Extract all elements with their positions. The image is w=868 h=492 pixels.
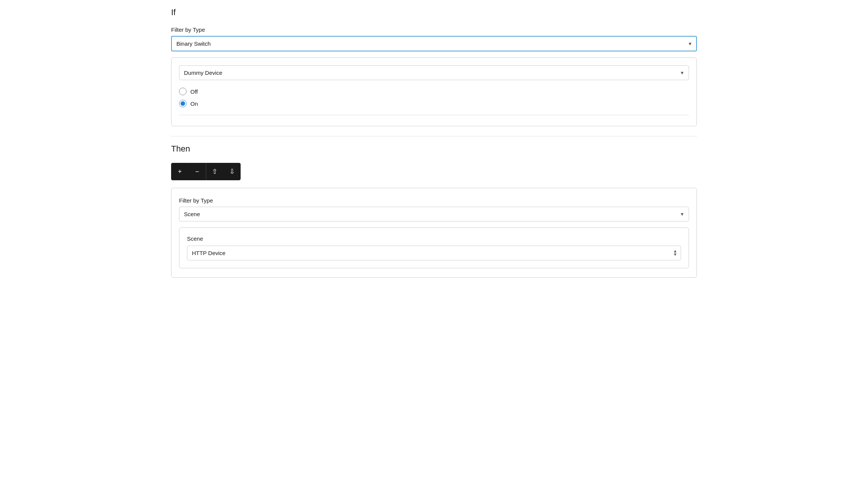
- add-action-button[interactable]: +: [171, 163, 188, 180]
- if-radio-group: Off On: [179, 88, 689, 107]
- scene-device-select[interactable]: HTTP Device Dummy Device Virtual Device: [187, 246, 681, 260]
- if-radio-off-text: Off: [190, 88, 198, 95]
- move-up-button[interactable]: ⇧: [206, 163, 223, 180]
- if-device-wrapper: Dummy Device HTTP Device Virtual Device …: [179, 65, 689, 80]
- remove-action-button[interactable]: −: [188, 163, 206, 180]
- if-device-select-row: Dummy Device HTTP Device Virtual Device …: [179, 65, 689, 80]
- if-card-divider: [179, 115, 689, 115]
- chevron-up-icon: ⇧: [212, 168, 218, 175]
- if-section: If Filter by Type Binary Switch Dimmer C…: [171, 0, 697, 136]
- if-radio-off-label[interactable]: Off: [179, 88, 689, 95]
- if-radio-on-label[interactable]: On: [179, 100, 689, 107]
- then-scene-card: Scene HTTP Device Dummy Device Virtual D…: [179, 227, 689, 268]
- then-action-card: Filter by Type Scene Binary Switch Dimme…: [171, 188, 697, 278]
- if-filter-label: Filter by Type: [171, 26, 697, 33]
- if-device-select[interactable]: Dummy Device HTTP Device Virtual Device: [179, 65, 689, 80]
- add-icon: +: [178, 168, 182, 175]
- if-filter-type-select[interactable]: Binary Switch Dimmer Color Light Scene O…: [171, 36, 697, 51]
- then-filter-type-wrapper: Scene Binary Switch Dimmer Color Light O…: [179, 207, 689, 221]
- if-heading: If: [171, 8, 697, 17]
- minus-icon: −: [195, 168, 199, 175]
- if-radio-on-text: On: [190, 101, 198, 107]
- scene-label: Scene: [187, 235, 681, 242]
- if-radio-off[interactable]: [179, 88, 187, 95]
- then-filter-type-select[interactable]: Scene Binary Switch Dimmer Color Light O…: [179, 207, 689, 221]
- chevron-down-icon: ⇩: [229, 168, 235, 175]
- then-section: Then + − ⇧ ⇩ Filter by Type Scene Binary…: [171, 136, 697, 282]
- then-heading: Then: [171, 144, 697, 154]
- if-filter-type-wrapper: Binary Switch Dimmer Color Light Scene O…: [171, 36, 697, 51]
- then-filter-label: Filter by Type: [179, 197, 689, 204]
- then-toolbar: + − ⇧ ⇩: [171, 163, 697, 180]
- scene-device-wrapper: HTTP Device Dummy Device Virtual Device …: [187, 246, 681, 260]
- if-device-card: Dummy Device HTTP Device Virtual Device …: [171, 57, 697, 126]
- move-down-button[interactable]: ⇩: [223, 163, 241, 180]
- if-radio-on[interactable]: [179, 100, 187, 107]
